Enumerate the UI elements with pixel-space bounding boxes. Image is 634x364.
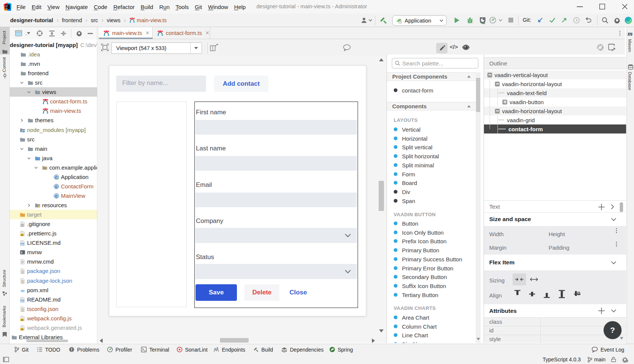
svg-text:m: m <box>21 288 24 293</box>
svg-text:{}: {} <box>21 308 24 311</box>
svg-text:{}: {} <box>21 279 24 283</box>
svg-text:C: C <box>55 185 58 188</box>
svg-text:JS: JS <box>21 234 23 236</box>
svg-text:C: C <box>55 194 58 198</box>
svg-text:MD: MD <box>21 243 24 245</box>
svg-text:JS: JS <box>21 318 23 321</box>
svg-text:MD: MD <box>21 300 24 302</box>
svg-text:?: ? <box>626 359 628 363</box>
svg-text:IJ: IJ <box>6 5 8 7</box>
svg-text:{}: {} <box>21 270 24 273</box>
svg-text:JS: JS <box>21 328 23 330</box>
